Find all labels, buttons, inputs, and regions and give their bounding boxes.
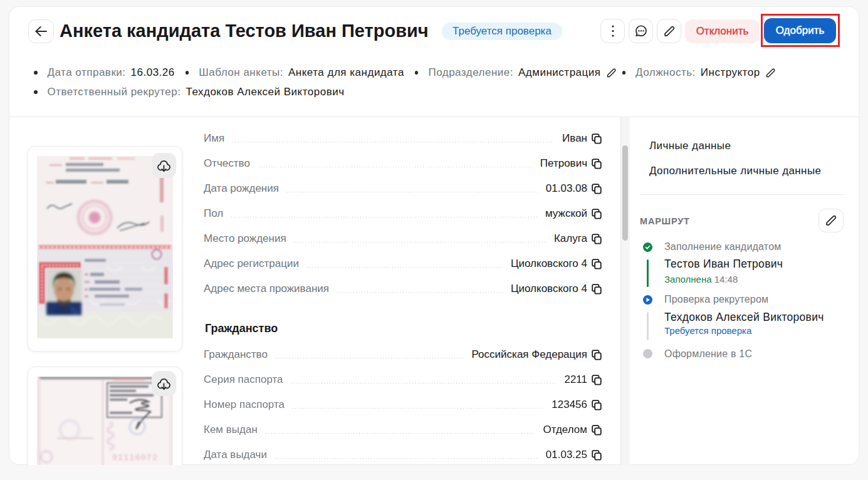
svg-text:91116072: 91116072 (112, 453, 158, 462)
